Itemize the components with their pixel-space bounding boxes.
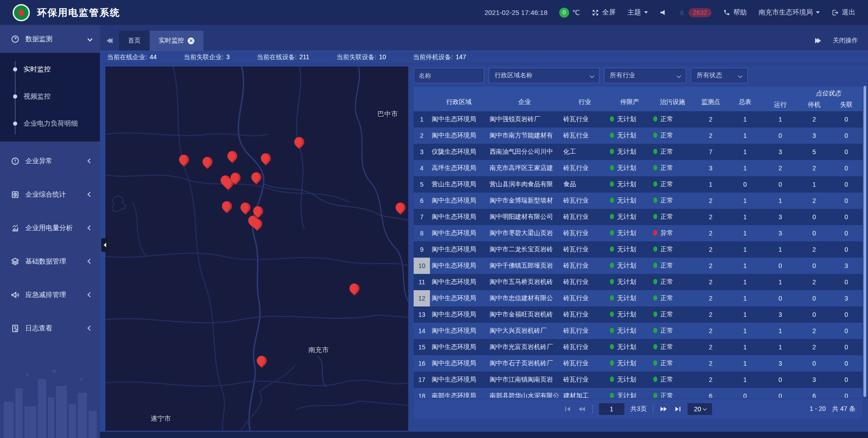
page-number-input[interactable]: 1: [599, 403, 624, 415]
map-pin-icon[interactable]: [179, 155, 189, 165]
table-row[interactable]: 5 营山生态环境局 营山县润丰肉食品有限 食品 无计划 正常 1 0 0 1 0: [414, 176, 863, 193]
enterprise-panel: 行政区域名称 所有行业 所有状态 点位状态 行政区域 企业 行业 停限产: [414, 68, 863, 419]
stat-value: 10: [379, 53, 386, 61]
cell-region: 阆中生态环境局: [430, 213, 488, 221]
fullscreen-button[interactable]: 全屏: [592, 8, 616, 17]
cell-company: 阆中市金福旺页岩机砖: [488, 311, 561, 319]
org-dropdown[interactable]: 南充市生态环境局: [759, 8, 820, 17]
table-row[interactable]: 18 南部生态环境局 南部县碧华山水泥有限公 建材加工 无计划 正常 6 0 0…: [414, 388, 863, 398]
cell-region: 阆中生态环境局: [430, 197, 488, 205]
point-status-group-header: 点位状态: [816, 89, 841, 98]
cell-facility: 正常: [651, 359, 693, 367]
map-pin-icon[interactable]: [203, 157, 212, 167]
map-pin-icon[interactable]: [227, 151, 237, 161]
sidebar-section-data-monitor[interactable]: 数据监测: [0, 25, 100, 53]
cell-stop: 2: [798, 165, 830, 172]
cell-company: 西南油气田分公司川中: [488, 148, 561, 156]
table-row[interactable]: 8 阆中生态环境局 阆中市枣碧大梁山页岩 砖瓦行业 无计划 异常 2 1 3 0…: [414, 225, 863, 241]
pager-divider: [592, 405, 593, 413]
cell-meters: 1: [728, 376, 762, 383]
table-row[interactable]: 4 高坪生态环境局 南充市高坪区王家店建 砖瓦行业 无计划 正常 3 1 2 2…: [414, 160, 863, 176]
status-dot-icon: [653, 393, 657, 398]
first-page-button[interactable]: [564, 406, 571, 412]
sidebar-collapse-handle[interactable]: [101, 238, 108, 252]
close-operations-button[interactable]: 关闭操作: [833, 37, 858, 45]
table-row[interactable]: 15 阆中生态环境局 阆中市光富页岩机砖厂 砖瓦行业 无计划 正常 2 1 1 …: [414, 339, 863, 355]
last-page-button[interactable]: [674, 406, 681, 412]
region-select[interactable]: 行政区域名称: [489, 68, 599, 83]
cell-company: 阆中市金博瑞新型墙材: [488, 197, 561, 205]
map-pin-icon[interactable]: [349, 283, 359, 293]
table-row[interactable]: 1 阆中生态环境局 阆中强锐页岩砖厂 砖瓦行业 无计划 正常 2 1 1 2 0: [414, 111, 863, 127]
table-scrollbar[interactable]: [863, 86, 866, 397]
tab-scroll-right-button[interactable]: [815, 38, 821, 43]
sound-toggle[interactable]: [660, 9, 666, 16]
prev-page-button[interactable]: [578, 406, 586, 412]
theme-dropdown[interactable]: 主题: [627, 8, 648, 17]
help-button[interactable]: 帮助: [723, 8, 747, 17]
map-panel[interactable]: 巴中市南充市遂宁市: [105, 66, 408, 431]
cell-region: 高坪生态环境局: [430, 164, 488, 172]
table-row[interactable]: 7 阆中生态环境局 阆中明阳建材有限公司 砖瓦行业 无计划 正常 2 1 3 0…: [414, 209, 863, 225]
map-pin-icon[interactable]: [253, 206, 263, 216]
cell-run: 0: [762, 392, 798, 398]
table-row[interactable]: 13 阆中生态环境局 阆中市金福旺页岩机砖 砖瓦行业 无计划 正常 2 1 3 …: [414, 306, 863, 323]
tab-close-icon[interactable]: ✕: [188, 38, 194, 44]
map-pin-icon[interactable]: [222, 201, 232, 211]
cell-industry: 砖瓦行业: [561, 294, 608, 302]
table-row[interactable]: 2 阆中生态环境局 阆中市南方节能建材有 砖瓦行业 无计划 正常 2 1 0 3…: [414, 127, 863, 144]
sidebar-item-realtime-monitor[interactable]: 实时监控: [0, 56, 100, 83]
map-pin-icon[interactable]: [251, 172, 261, 182]
cell-run: 0: [762, 262, 798, 269]
table-row[interactable]: 14 阆中生态环境局 阆中大兴页岩机砖厂 砖瓦行业 无计划 正常 2 1 1 2…: [414, 323, 863, 339]
sidebar-section-log-view[interactable]: 日志查看: [0, 314, 100, 342]
table-row[interactable]: 11 阆中生态环境局 阆中市五马桥页岩机砖 砖瓦行业 无计划 正常 2 1 1 …: [414, 274, 863, 290]
prev-page-icon: [578, 406, 586, 412]
page-size-select[interactable]: 20: [688, 403, 712, 415]
map-pin-icon[interactable]: [261, 153, 271, 163]
sidebar-item-power-load-detail[interactable]: 企业电力负荷明细: [0, 110, 100, 137]
table-row[interactable]: 17 阆中生态环境局 阆中市江南镇阆南页岩 砖瓦行业 无计划 正常 2 1 0 …: [414, 372, 863, 388]
next-page-button[interactable]: [660, 406, 668, 412]
status-dot-icon: [610, 295, 614, 301]
notification-area[interactable]: 2632: [678, 8, 712, 17]
industry-select[interactable]: 所有行业: [604, 68, 686, 83]
status-dot-icon: [653, 263, 657, 268]
map-pin-icon[interactable]: [241, 203, 250, 212]
map-pin-icon[interactable]: [294, 137, 304, 147]
map-pin-icon[interactable]: [231, 173, 241, 183]
status-select[interactable]: 所有状态: [691, 68, 748, 83]
table-row[interactable]: 6 阆中生态环境局 阆中市金博瑞新型墙材 砖瓦行业 无计划 正常 2 1 1 2…: [414, 193, 863, 209]
sidebar-section-power-analysis[interactable]: 企业用电量分析: [0, 214, 100, 242]
chevron-down-icon: [590, 73, 594, 78]
name-search-input[interactable]: [414, 68, 484, 83]
cell-points: 2: [693, 278, 728, 286]
table-row[interactable]: 9 阆中生态环境局 阆中市二龙长宝页岩砖 砖瓦行业 无计划 正常 2 1 1 2…: [414, 241, 863, 258]
sidebar-section-enterprise-stats[interactable]: 企业综合统计: [0, 180, 100, 208]
cell-stop: 2: [798, 246, 830, 253]
tab-scroll-left-button[interactable]: [100, 31, 119, 51]
status-dot-icon: [653, 116, 657, 122]
map-pin-icon[interactable]: [257, 356, 267, 366]
stat-label: 当前失联设备:: [336, 53, 376, 61]
row-index: 17: [414, 372, 430, 388]
tab-realtime-monitor[interactable]: 实时监控 ✕: [150, 31, 203, 51]
sidebar-section-emergency-reduction[interactable]: 应急减排管理: [0, 281, 100, 309]
bottom-strip: [100, 432, 868, 438]
map-pin-icon[interactable]: [396, 203, 406, 212]
table-row[interactable]: 10 阆中生态环境局 阆中千佛镇五郎垭页岩 砖瓦行业 无计划 正常 2 1 0 …: [414, 258, 863, 274]
status-dot-icon: [653, 132, 657, 138]
cell-industry: 砖瓦行业: [561, 213, 608, 221]
tab-home[interactable]: 首页: [119, 31, 150, 51]
table-row[interactable]: 16 阆中生态环境局 阆中市石子页岩机砖厂 砖瓦行业 无计划 正常 2 1 3 …: [414, 355, 863, 372]
status-dot-icon: [610, 198, 614, 203]
cell-meters: 1: [728, 148, 762, 155]
sidebar-section-enterprise-abnormal[interactable]: 企业异常: [0, 147, 100, 175]
table-row[interactable]: 12 阆中生态环境局 阆中市忠信建材有限公 砖瓦行业 无计划 正常 2 1 0 …: [414, 290, 863, 306]
map-pin-icon[interactable]: [252, 219, 262, 229]
table-row[interactable]: 3 仪陇生态环境局 西南油气田分公司川中 化工 无计划 正常 7 1 3 5 0: [414, 144, 863, 160]
logout-button[interactable]: 退出: [831, 8, 855, 17]
sidebar-section-basic-data[interactable]: 基础数据管理: [0, 247, 100, 275]
sidebar-item-video-monitor[interactable]: 视频监控: [0, 83, 100, 110]
cell-meters: 1: [728, 230, 762, 237]
